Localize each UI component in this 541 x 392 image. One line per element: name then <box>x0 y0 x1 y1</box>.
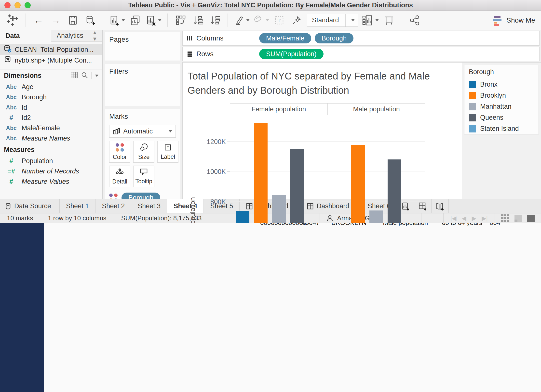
fix-axes-pin-button[interactable] <box>290 13 303 27</box>
highlight-button[interactable] <box>234 13 250 27</box>
sort-fields-icon[interactable]: ▲▼ <box>92 29 97 42</box>
redo-button[interactable]: → <box>49 13 63 27</box>
highlight-caret-icon[interactable] <box>246 19 250 21</box>
marks-button-label: Label <box>161 153 175 160</box>
data-source-item[interactable]: CLEAN_Total-Population... <box>0 44 102 55</box>
fit-selector[interactable]: Standard <box>307 14 358 27</box>
tab-sheet-2[interactable]: Sheet 2 <box>95 199 131 213</box>
field-label: Population <box>22 157 53 165</box>
sheet-sorter-view-icon[interactable] <box>501 214 509 222</box>
sort-descending-button[interactable] <box>208 13 222 27</box>
background-image-sliver <box>0 223 44 392</box>
field-number-of-records[interactable]: =#Number of Records <box>0 166 102 176</box>
toolbar-separator <box>167 13 168 27</box>
legend-item-queens[interactable]: Queens <box>464 112 539 123</box>
undo-button[interactable]: ← <box>32 13 45 27</box>
size-icon <box>140 143 148 152</box>
field-id[interactable]: AbcId <box>0 102 102 113</box>
legend-item-brooklyn[interactable]: Brooklyn <box>464 90 539 101</box>
group-members-button[interactable] <box>253 13 269 27</box>
new-story-tab-button[interactable] <box>432 199 449 213</box>
field-borough[interactable]: AbcBorough <box>0 92 102 102</box>
show-me-button[interactable]: Show Me <box>493 15 535 25</box>
shelf-pill-male-female[interactable]: Male/Female <box>259 33 311 43</box>
filters-card[interactable]: Filters <box>105 64 180 106</box>
detail-button[interactable]: Detail <box>109 166 130 187</box>
legend-label: Manhattan <box>480 103 512 110</box>
legend-item-manhattan[interactable]: Manhattan <box>464 101 539 112</box>
color-button[interactable]: Color <box>109 141 130 163</box>
field-measure-names[interactable]: AbcMeasure Names <box>0 133 102 144</box>
field-label: Age <box>22 83 33 91</box>
first-sheet-icon[interactable]: |◀ <box>450 215 457 222</box>
shelf-pill-borough[interactable]: Borough <box>315 33 353 43</box>
tab-data-source[interactable]: Data Source <box>0 199 60 213</box>
duplicate-sheet-button[interactable] <box>128 13 142 27</box>
new-worksheet-caret-icon[interactable] <box>122 19 125 21</box>
columns-shelf-label: Columns <box>183 31 256 45</box>
label-button[interactable]: TLabel <box>157 141 178 163</box>
next-sheet-icon[interactable]: ▶ <box>472 215 476 222</box>
abc-field-icon: Abc <box>4 84 18 90</box>
shelf-pill-sum-population-[interactable]: SUM(Population) <box>259 49 324 59</box>
field-age[interactable]: AbcAge <box>0 82 102 92</box>
y-tick-label: 800K <box>210 198 226 206</box>
show-hide-cards-button[interactable] <box>362 13 379 27</box>
fit-selector-dropdown[interactable] <box>345 14 358 26</box>
new-data-source-button[interactable] <box>83 13 97 27</box>
presentation-mode-button[interactable] <box>382 13 396 27</box>
bar-mark-icon <box>113 128 120 135</box>
view-data-grid-icon[interactable] <box>71 72 78 79</box>
field-label: Id <box>22 104 27 111</box>
tooltip-button[interactable]: Tooltip <box>133 166 154 187</box>
columns-label-text: Columns <box>196 34 223 42</box>
rows-shelf-label: Rows <box>183 47 256 61</box>
measures-list: #Population=#Number of Records#Measure V… <box>0 156 102 187</box>
find-field-icon[interactable] <box>81 72 88 79</box>
legend-item-staten-island[interactable]: Staten Island <box>464 123 539 134</box>
tab-analytics[interactable]: Analytics ▲▼ <box>51 30 102 42</box>
rows-shelf[interactable]: Rows SUM(Population) <box>182 47 540 61</box>
field-population[interactable]: #Population <box>0 156 102 166</box>
columns-shelf[interactable]: Columns Male/FemaleBorough <box>182 31 540 46</box>
tab-sheet-1[interactable]: Sheet 1 <box>60 199 95 213</box>
pane-header: Male population <box>327 104 425 115</box>
toolbar: ← → <box>0 11 541 30</box>
mark-type-selector[interactable]: Automatic <box>109 125 176 138</box>
marks-button-label: Color <box>113 154 127 160</box>
share-button[interactable] <box>408 13 422 27</box>
legend-item-bronx[interactable]: Bronx <box>464 79 539 90</box>
new-worksheet-button[interactable] <box>109 13 125 27</box>
clear-sheet-button[interactable] <box>146 13 162 27</box>
show-hide-cards-caret-icon[interactable] <box>375 19 379 21</box>
tab-sheet-3[interactable]: Sheet 3 <box>131 199 167 213</box>
dimensions-menu-caret-icon[interactable] <box>95 75 98 77</box>
pages-card[interactable]: Pages <box>105 32 180 61</box>
data-source-label: CLEAN_Total-Population... <box>15 46 94 53</box>
marks-borough-pill[interactable]: Borough <box>122 193 160 199</box>
tab-data[interactable]: Data <box>0 30 51 42</box>
legend-label: Bronx <box>480 81 498 88</box>
last-sheet-icon[interactable]: ▶| <box>482 215 488 222</box>
columns-icon <box>187 35 193 41</box>
background-spreadsheet-sliver: 0000000000004700047BROOKLYNMale populati… <box>44 223 541 392</box>
filmstrip-view-icon[interactable] <box>514 215 522 222</box>
field-id2[interactable]: #Id2 <box>0 113 102 123</box>
save-button[interactable] <box>66 13 80 27</box>
legend-swatch <box>469 81 476 88</box>
field-measure-values[interactable]: #Measure Values <box>0 176 102 187</box>
show-mark-labels-button[interactable]: T <box>272 13 286 27</box>
size-button[interactable]: Size <box>133 141 154 163</box>
marks-button-label: Tooltip <box>135 178 152 185</box>
tab-analytics-label: Analytics <box>57 32 83 39</box>
marks-button-label: Size <box>138 154 150 160</box>
previous-sheet-icon[interactable]: ◀ <box>462 215 466 222</box>
field-male-female[interactable]: AbcMale/Female <box>0 123 102 133</box>
tableau-logo-icon[interactable] <box>6 13 20 27</box>
cards-column: Pages Filters Marks Automatic ColorSizeT… <box>103 30 182 199</box>
clear-sheet-caret-icon[interactable] <box>158 19 162 21</box>
sort-ascending-button[interactable] <box>191 13 204 27</box>
swap-rows-columns-button[interactable] <box>174 13 187 27</box>
data-source-item[interactable]: nybb.shp+ (Multiple Con... <box>0 55 102 66</box>
sheet-tabs-view-icon[interactable] <box>527 215 535 222</box>
